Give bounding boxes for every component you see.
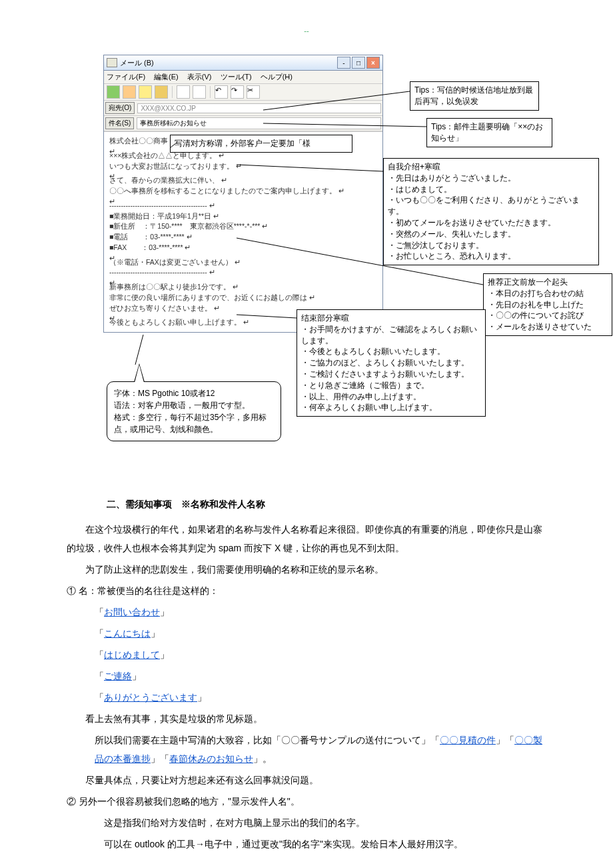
text: 」「: [151, 753, 169, 764]
email-diagram: メール (B) ‐ □ × ファイル(F) 編集(E) 表示(V) ツール(T)…: [103, 55, 573, 468]
callout-intro: 自我介绍+寒暄 ・先日はありがとうございました。・はじめまして。・いつも〇〇をご…: [383, 158, 599, 265]
undo-icon[interactable]: ↶: [215, 85, 228, 99]
list-item: 「はじめまして」: [95, 645, 546, 664]
link-spam-title[interactable]: ありがとうございます: [104, 692, 197, 703]
minimize-button[interactable]: ‐: [337, 57, 350, 69]
section-heading: 二、需须知事项 ※名称和发件人名称: [107, 495, 546, 513]
callout-lead: 推荐正文前放一个起头 ・本日のお打ち合わせの結・先日のお礼を申し上げた・〇〇の件…: [483, 273, 612, 336]
callout-closing-title: 结束部分寒暄: [301, 313, 481, 324]
callout-line: ・何卒よろしくお願い申し上げます。: [301, 402, 481, 413]
list-item: 「お問い合わせ」: [95, 603, 546, 621]
to-row: 宛先(O) XXX@XXX.CO.JP: [104, 101, 382, 116]
article-body: 二、需须知事项 ※名称和发件人名称 在这个垃圾横行的年代，如果诸君的名称与发件人…: [67, 495, 546, 853]
mail-icon: [107, 58, 117, 67]
toolbar-icon[interactable]: [139, 85, 152, 99]
speech-line: 语法：对客户用敬语，一般用です型。: [114, 399, 274, 411]
callout-line: ・はじめまして。: [388, 184, 594, 195]
callout-line: ・とり急ぎご連絡（ご報告）まで。: [301, 380, 481, 391]
callout-tip-subject: Tips：邮件主题要明确「××のお知らせ」: [426, 118, 552, 147]
callout-line: ・今後ともよろしくお願いいたします。: [301, 346, 481, 357]
callout-line: ・突然のメール、失礼いたします。: [388, 229, 594, 240]
to-field[interactable]: XXX@XXX.CO.JP: [137, 103, 381, 113]
paragraph: 尽量具体点，只要让对方想起来还有这么回事就没问题。: [85, 771, 546, 789]
paragraph: 在这个垃圾横行的年代，如果诸君的名称与发件人名称看起来很囧。即使你真的有重要的消…: [67, 520, 546, 557]
list-item: 「ご連絡」: [95, 667, 546, 685]
link-spam-title[interactable]: お問い合わせ: [104, 607, 160, 617]
toolbar: ↶ ↷ ✂: [104, 84, 382, 101]
text: 所以我们需要在主题中写清的大致容，比如「〇〇番号サンプルの送付について」「: [95, 735, 440, 745]
callout-line: ・先日のお礼を申し上げた: [488, 299, 608, 311]
toolbar-icon[interactable]: [193, 85, 206, 99]
link-spam-title[interactable]: はじめまして: [104, 649, 160, 660]
window-title: メール (B): [120, 58, 154, 68]
menu-view[interactable]: 表示(V): [187, 73, 212, 81]
text: 」「: [496, 735, 514, 745]
menu-help[interactable]: ヘルプ(H): [261, 73, 293, 81]
maximize-button[interactable]: □: [352, 57, 365, 69]
list-number: ② 另外一个很容易被我们忽略的地方，"显示发件人名"。: [67, 792, 546, 811]
subject-button[interactable]: 件名(S): [105, 117, 134, 129]
close-button[interactable]: ×: [366, 57, 380, 69]
callout-line: ・〇〇の件についてお詫び: [488, 310, 608, 321]
toolbar-icon[interactable]: [123, 85, 136, 99]
redo-icon[interactable]: ↷: [231, 85, 244, 99]
callout-honorific: 写清对方称谓，外部客户一定要加「様: [170, 135, 352, 153]
speech-bubble: 字体：MS Pgothic 10或者12 语法：对客户用敬语，一般用です型。 格…: [107, 381, 281, 441]
window-titlebar: メール (B) ‐ □ ×: [104, 55, 382, 71]
list-number: ① 名：常被便当的名往往是这样的：: [67, 581, 546, 600]
link-example[interactable]: 〇〇見積の件: [440, 735, 496, 745]
menu-edit[interactable]: 編集(E): [154, 73, 179, 81]
callout-line: ・お忙しいところ、恐れ入ります。: [388, 251, 594, 262]
speech-line: 字体：MS Pgothic 10或者12: [114, 387, 274, 399]
mail-body[interactable]: 株式会社〇〇商事 ××様 ↵↵×××株式会社の△△と申します。 ↵いつも大変お世…: [104, 131, 382, 332]
callout-intro-title: 自我介绍+寒暄: [388, 161, 594, 173]
page-header-marker: --: [40, 27, 573, 35]
link-example[interactable]: 春節休みのお知らせ: [169, 753, 253, 764]
speech-line: 格式：多空行，每行不超过35个字，多用标点，或用记号、划线和颜色。: [114, 411, 274, 435]
subject-field[interactable]: 事務所移転のお知らせ: [137, 117, 381, 129]
callout-line: ・ご協力のほど、よろしくお願いいたします。: [301, 357, 481, 369]
callout-closing: 结束部分寒暄 ・お手間をかけますが、ご確認をよろしくお願いします。・今後ともよろ…: [297, 309, 486, 417]
paragraph: 为了防止这样的悲剧发生，我们需要使用明确的名称和正统的显示名称。: [67, 560, 546, 579]
menu-tool[interactable]: ツール(T): [221, 73, 252, 81]
menu-file[interactable]: ファイル(F): [107, 73, 145, 81]
callout-line: ・いつも〇〇をご利用くださり、ありがとうございます。: [388, 195, 594, 217]
callout-tip-to: Tips：写信的时候送信地址放到最后再写，以免误发: [410, 81, 539, 111]
mail-window: メール (B) ‐ □ × ファイル(F) 編集(E) 表示(V) ツール(T)…: [103, 55, 383, 333]
callout-lead-title: 推荐正文前放一个起头: [488, 277, 608, 288]
link-spam-title[interactable]: ご連絡: [104, 671, 132, 681]
callout-line: ・ご無沙汰しております。: [388, 240, 594, 251]
callout-line: ・本日のお打ち合わせの結: [488, 288, 608, 299]
svg-line-6: [135, 335, 143, 365]
text: 」。: [253, 753, 272, 764]
toolbar-icon[interactable]: [107, 85, 120, 99]
list-item: 「こんにちは」: [95, 624, 546, 643]
list-item: 「ありがとうございます」: [95, 688, 546, 707]
toolbar-icon[interactable]: [177, 85, 190, 99]
paragraph: 这是指我们给对方发信时，在对方电脑上显示出的我们的名字。: [85, 813, 546, 832]
callout-line: ・以上、用件のみ申し上げます。: [301, 391, 481, 403]
callout-line: ・ご検討くださいますようお願いいたします。: [301, 369, 481, 380]
callout-line: ・メールをお送りさせていた: [488, 321, 608, 333]
to-button[interactable]: 宛先(O): [105, 102, 135, 114]
callout-line: ・お手間をかけますが、ご確認をよろしくお願いします。: [301, 324, 481, 347]
toolbar-icon[interactable]: [155, 85, 168, 99]
menu-bar: ファイル(F) 編集(E) 表示(V) ツール(T) ヘルプ(H): [104, 71, 382, 84]
callout-line: ・先日はありがとうございました。: [388, 173, 594, 184]
subject-row: 件名(S) 事務所移転のお知らせ: [104, 116, 382, 131]
cut-icon[interactable]: ✂: [247, 85, 260, 99]
paragraph: 可以在 outlook 的工具→电子中，通过更改"我的名字"来实现。发给日本人最…: [85, 835, 546, 853]
link-spam-title[interactable]: こんにちは: [104, 628, 151, 639]
paragraph: 所以我们需要在主题中写清的大致容，比如「〇〇番号サンプルの送付について」「〇〇見…: [95, 731, 546, 768]
callout-line: ・初めてメールをお送りさせていただきます。: [388, 217, 594, 229]
paragraph: 看上去煞有其事，其实是垃圾的常见标题。: [85, 709, 546, 728]
